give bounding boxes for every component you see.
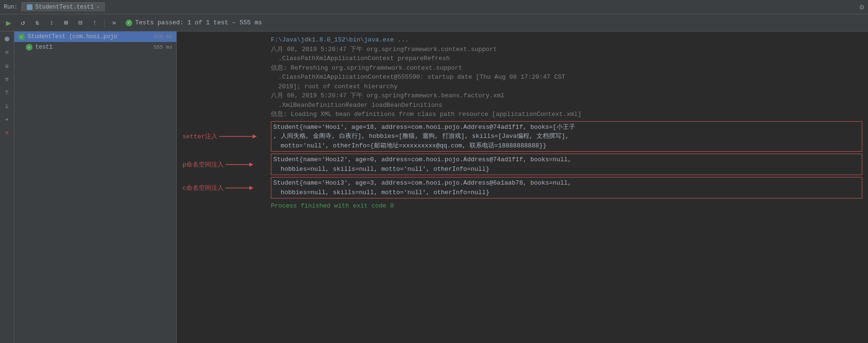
test-child-label: test1 bbox=[35, 44, 150, 51]
process-finished-line: Process finished with exit code 0 bbox=[271, 202, 862, 209]
collapse-button[interactable]: ⊟ bbox=[74, 16, 87, 30]
settings-icon[interactable]: ⚙ bbox=[859, 2, 864, 12]
c-annotation: c命名空间注入 bbox=[182, 183, 254, 193]
output-line-7: .XmlBeanDefinitionReader loadBeanDefinit… bbox=[271, 101, 862, 110]
main-layout: ⬢ ≡ ⇊ ⇈ ⊤ ⊥ ✦ ✕ ✓ StudentTest (com.hooi.… bbox=[0, 31, 868, 343]
p-namespace-section: p命名空间注入 Student{name='Hooi2', age=0, add… bbox=[271, 154, 862, 175]
align-icon[interactable]: ⊤ bbox=[1, 87, 13, 98]
test-tree-item-studenttest[interactable]: ✓ StudentTest (com.hooi.pojo 555 ms bbox=[14, 31, 176, 42]
p-label: p命名空间注入 bbox=[182, 160, 224, 169]
tab-icon bbox=[27, 4, 32, 10]
test-child-icon: ✓ bbox=[26, 44, 32, 51]
c-label: c命名空间注入 bbox=[182, 184, 224, 192]
hierarchy2-icon[interactable]: ⇈ bbox=[1, 73, 13, 85]
test-item-icon: ✓ bbox=[18, 33, 25, 40]
run-label: Run: bbox=[4, 4, 18, 10]
bookmark-icon[interactable]: ✦ bbox=[1, 114, 13, 125]
test-item-time: 555 ms bbox=[153, 34, 172, 40]
output-line-6: 八月 08, 2019 5:20:47 下午 org.springframewo… bbox=[271, 91, 862, 101]
c-output-block: Student{name='Hooi3', age=3, address=com… bbox=[271, 177, 862, 198]
output-line-5: 2019]; root of context hierarchy bbox=[271, 82, 862, 92]
setter-output-block: Student{name='Hooi', age=18, address=com… bbox=[271, 121, 862, 152]
debug-icon[interactable]: ⬢ bbox=[1, 33, 13, 45]
output-line-8: 信息: Loading XML bean definitions from cl… bbox=[271, 110, 862, 119]
structure-icon[interactable]: ≡ bbox=[1, 47, 13, 58]
filter-button[interactable]: ⊞ bbox=[59, 16, 73, 30]
setter-label: setter注入 bbox=[182, 132, 217, 141]
output-line-4: .ClassPathXmlApplicationContext@555590: … bbox=[271, 73, 862, 82]
p-arrow-icon bbox=[225, 160, 254, 169]
sort-asc-button[interactable]: ⇅ bbox=[31, 16, 44, 30]
test-child-time: 555 ms bbox=[153, 44, 172, 50]
close-icon[interactable]: ✕ bbox=[1, 127, 13, 138]
c-arrow-icon bbox=[225, 183, 254, 193]
setter-annotation: setter注入 bbox=[182, 132, 257, 141]
output-header-line: F:\Java\jdk1.8.0_152\bin\java.exe ... bbox=[271, 35, 862, 45]
setter-arrow-icon bbox=[219, 132, 257, 141]
status-icon: ✓ bbox=[126, 20, 132, 26]
hierarchy-icon[interactable]: ⇊ bbox=[1, 60, 13, 72]
more-button[interactable]: » bbox=[107, 16, 121, 30]
output-line-1: 八月 08, 2019 5:20:47 下午 org.springframewo… bbox=[271, 45, 862, 54]
run-tab[interactable]: StudentTest.test1 ✕ bbox=[21, 2, 105, 11]
p-annotation: p命名空间注入 bbox=[182, 160, 254, 169]
setter-section: setter注入 Student{name='Hooi', age=18, ad… bbox=[271, 121, 862, 152]
p-output-block: Student{name='Hooi2', age=0, address=com… bbox=[271, 154, 862, 175]
rerun-button[interactable]: ↺ bbox=[16, 16, 30, 30]
up-button[interactable]: ↑ bbox=[88, 16, 101, 30]
toolbar-divider bbox=[104, 18, 105, 28]
tab-close-icon[interactable]: ✕ bbox=[96, 4, 99, 10]
run-button[interactable]: ▶ bbox=[2, 16, 15, 30]
tests-passed-text: Tests passed: 1 of 1 test – 555 ms bbox=[135, 19, 262, 26]
test-tree-item-test1[interactable]: ✓ test1 555 ms bbox=[14, 42, 176, 52]
output-line-3: 信息: Refreshing org.springframework.conte… bbox=[271, 63, 862, 73]
output-panel[interactable]: F:\Java\jdk1.8.0_152\bin\java.exe ... 八月… bbox=[177, 31, 868, 343]
toolbar: ▶ ↺ ⇅ ↕ ⊞ ⊟ ↑ » ✓ Tests passed: 1 of 1 t… bbox=[0, 14, 868, 31]
c-namespace-section: c命名空间注入 Student{name='Hooi3', age=3, add… bbox=[271, 177, 862, 198]
sort-desc-button[interactable]: ↕ bbox=[45, 16, 58, 30]
output-line-2: .ClassPathXmlApplicationContext prepareR… bbox=[271, 54, 862, 63]
test-status: ✓ Tests passed: 1 of 1 test – 555 ms bbox=[126, 19, 262, 26]
top-bar: Run: StudentTest.test1 ✕ ⚙ bbox=[0, 0, 868, 14]
tab-name: StudentTest.test1 bbox=[35, 4, 94, 10]
align2-icon[interactable]: ⊥ bbox=[1, 100, 13, 112]
test-item-label: StudentTest (com.hooi.pojo bbox=[28, 33, 150, 40]
test-tree-panel: ✓ StudentTest (com.hooi.pojo 555 ms ✓ te… bbox=[14, 31, 177, 343]
left-sidebar-icons: ⬢ ≡ ⇊ ⇈ ⊤ ⊥ ✦ ✕ bbox=[0, 31, 14, 343]
